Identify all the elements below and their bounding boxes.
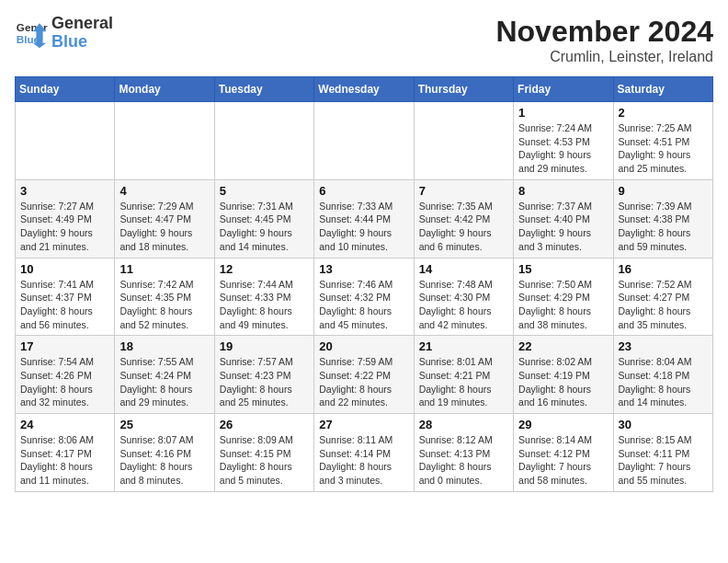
- day-number: 20: [319, 339, 408, 353]
- calendar-cell: 20Sunrise: 7:59 AMSunset: 4:22 PMDayligh…: [314, 336, 414, 414]
- day-header-sunday: Sunday: [16, 77, 115, 102]
- day-info: Sunrise: 7:24 AMSunset: 4:53 PMDaylight:…: [518, 121, 608, 176]
- calendar-cell: 18Sunrise: 7:55 AMSunset: 4:24 PMDayligh…: [115, 336, 214, 414]
- day-info: Sunrise: 8:06 AMSunset: 4:17 PMDaylight:…: [20, 433, 109, 488]
- day-info: Sunrise: 7:46 AMSunset: 4:32 PMDaylight:…: [319, 278, 408, 332]
- day-info: Sunrise: 8:14 AMSunset: 4:12 PMDaylight:…: [518, 433, 608, 488]
- day-info: Sunrise: 8:01 AMSunset: 4:21 PMDaylight:…: [419, 355, 508, 409]
- day-info: Sunrise: 7:55 AMSunset: 4:24 PMDaylight:…: [119, 355, 209, 409]
- title-block: November 2024 Crumlin, Leinster, Ireland: [495, 15, 713, 65]
- calendar-cell: 30Sunrise: 8:15 AMSunset: 4:11 PMDayligh…: [613, 414, 712, 492]
- calendar-body: 1Sunrise: 7:24 AMSunset: 4:53 PMDaylight…: [16, 102, 713, 492]
- day-number: 25: [119, 418, 209, 431]
- day-number: 26: [220, 418, 309, 431]
- day-info: Sunrise: 7:50 AMSunset: 4:29 PMDaylight:…: [518, 278, 608, 332]
- calendar-cell: 11Sunrise: 7:42 AMSunset: 4:35 PMDayligh…: [115, 258, 214, 336]
- calendar-cell: 27Sunrise: 8:11 AMSunset: 4:14 PMDayligh…: [314, 414, 414, 492]
- day-info: Sunrise: 7:33 AMSunset: 4:44 PMDaylight:…: [319, 200, 408, 254]
- svg-text:General: General: [17, 21, 48, 33]
- day-header-wednesday: Wednesday: [314, 77, 414, 102]
- day-number: 14: [419, 262, 508, 276]
- day-info: Sunrise: 8:09 AMSunset: 4:15 PMDaylight:…: [220, 433, 309, 488]
- calendar-cell: 28Sunrise: 8:12 AMSunset: 4:13 PMDayligh…: [414, 414, 513, 492]
- day-number: 24: [20, 418, 109, 431]
- calendar-cell: 19Sunrise: 7:57 AMSunset: 4:23 PMDayligh…: [214, 336, 313, 414]
- day-info: Sunrise: 7:42 AMSunset: 4:35 PMDaylight:…: [119, 278, 209, 332]
- day-number: 21: [419, 339, 508, 353]
- calendar-week-3: 10Sunrise: 7:41 AMSunset: 4:37 PMDayligh…: [16, 258, 713, 336]
- day-number: 23: [619, 339, 708, 353]
- page-subtitle: Crumlin, Leinster, Ireland: [495, 49, 713, 65]
- calendar-cell: [115, 102, 214, 180]
- day-number: 19: [220, 339, 309, 353]
- day-number: 22: [518, 339, 608, 353]
- day-number: 11: [119, 262, 209, 276]
- day-info: Sunrise: 7:52 AMSunset: 4:27 PMDaylight:…: [619, 278, 708, 332]
- calendar-week-5: 24Sunrise: 8:06 AMSunset: 4:17 PMDayligh…: [16, 414, 713, 492]
- calendar-cell: 14Sunrise: 7:48 AMSunset: 4:30 PMDayligh…: [414, 258, 513, 336]
- day-number: 27: [319, 418, 408, 431]
- day-info: Sunrise: 7:37 AMSunset: 4:40 PMDaylight:…: [518, 200, 608, 254]
- day-number: 15: [518, 262, 608, 276]
- day-number: 4: [119, 184, 209, 198]
- calendar-cell: 12Sunrise: 7:44 AMSunset: 4:33 PMDayligh…: [214, 258, 313, 336]
- calendar-table: SundayMondayTuesdayWednesdayThursdayFrid…: [15, 76, 713, 492]
- calendar-week-2: 3Sunrise: 7:27 AMSunset: 4:49 PMDaylight…: [16, 179, 713, 258]
- day-number: 18: [119, 339, 209, 353]
- calendar-cell: 1Sunrise: 7:24 AMSunset: 4:53 PMDaylight…: [514, 102, 613, 180]
- day-header-saturday: Saturday: [613, 77, 712, 102]
- day-info: Sunrise: 7:48 AMSunset: 4:30 PMDaylight:…: [419, 278, 508, 332]
- page-title: November 2024: [495, 15, 713, 49]
- day-number: 29: [518, 418, 608, 431]
- calendar-cell: 2Sunrise: 7:25 AMSunset: 4:51 PMDaylight…: [613, 102, 712, 180]
- calendar-cell: 16Sunrise: 7:52 AMSunset: 4:27 PMDayligh…: [613, 258, 712, 336]
- calendar-cell: [314, 102, 414, 180]
- day-info: Sunrise: 7:31 AMSunset: 4:45 PMDaylight:…: [220, 200, 309, 254]
- calendar-cell: 25Sunrise: 8:07 AMSunset: 4:16 PMDayligh…: [115, 414, 214, 492]
- calendar-cell: 6Sunrise: 7:33 AMSunset: 4:44 PMDaylight…: [314, 179, 414, 258]
- calendar-cell: [414, 102, 513, 180]
- day-number: 12: [220, 262, 309, 276]
- calendar-cell: 15Sunrise: 7:50 AMSunset: 4:29 PMDayligh…: [514, 258, 613, 336]
- day-info: Sunrise: 8:02 AMSunset: 4:19 PMDaylight:…: [518, 355, 608, 409]
- day-number: 10: [20, 262, 109, 276]
- day-header-tuesday: Tuesday: [214, 77, 313, 102]
- day-info: Sunrise: 7:29 AMSunset: 4:47 PMDaylight:…: [119, 200, 209, 254]
- day-info: Sunrise: 7:39 AMSunset: 4:38 PMDaylight:…: [619, 200, 708, 254]
- calendar-cell: 3Sunrise: 7:27 AMSunset: 4:49 PMDaylight…: [16, 179, 115, 258]
- day-info: Sunrise: 8:11 AMSunset: 4:14 PMDaylight:…: [319, 433, 408, 488]
- day-number: 28: [419, 418, 508, 431]
- calendar-cell: [16, 102, 115, 180]
- day-info: Sunrise: 7:54 AMSunset: 4:26 PMDaylight:…: [20, 355, 109, 409]
- calendar-header: SundayMondayTuesdayWednesdayThursdayFrid…: [16, 77, 713, 102]
- calendar-cell: 8Sunrise: 7:37 AMSunset: 4:40 PMDaylight…: [514, 179, 613, 258]
- day-header-thursday: Thursday: [414, 77, 513, 102]
- calendar-cell: 4Sunrise: 7:29 AMSunset: 4:47 PMDaylight…: [115, 179, 214, 258]
- day-info: Sunrise: 7:35 AMSunset: 4:42 PMDaylight:…: [419, 200, 508, 254]
- calendar-cell: 9Sunrise: 7:39 AMSunset: 4:38 PMDaylight…: [613, 179, 712, 258]
- day-number: 8: [518, 184, 608, 198]
- day-info: Sunrise: 8:04 AMSunset: 4:18 PMDaylight:…: [619, 355, 708, 409]
- day-info: Sunrise: 7:27 AMSunset: 4:49 PMDaylight:…: [20, 200, 109, 254]
- day-header-friday: Friday: [514, 77, 613, 102]
- day-number: 3: [20, 184, 109, 198]
- day-number: 5: [220, 184, 309, 198]
- calendar-cell: 29Sunrise: 8:14 AMSunset: 4:12 PMDayligh…: [514, 414, 613, 492]
- logo: General Blue General Blue: [15, 15, 113, 52]
- calendar-cell: 5Sunrise: 7:31 AMSunset: 4:45 PMDaylight…: [214, 179, 313, 258]
- day-info: Sunrise: 7:41 AMSunset: 4:37 PMDaylight:…: [20, 278, 109, 332]
- calendar-cell: 26Sunrise: 8:09 AMSunset: 4:15 PMDayligh…: [214, 414, 313, 492]
- day-info: Sunrise: 8:12 AMSunset: 4:13 PMDaylight:…: [419, 433, 508, 488]
- logo-icon: General Blue: [15, 17, 48, 50]
- calendar-cell: 21Sunrise: 8:01 AMSunset: 4:21 PMDayligh…: [414, 336, 513, 414]
- day-number: 30: [619, 418, 708, 431]
- logo-text: General Blue: [51, 15, 113, 52]
- day-header-monday: Monday: [115, 77, 214, 102]
- day-info: Sunrise: 8:15 AMSunset: 4:11 PMDaylight:…: [619, 433, 708, 488]
- day-number: 1: [518, 106, 608, 120]
- day-number: 6: [319, 184, 408, 198]
- calendar-cell: 17Sunrise: 7:54 AMSunset: 4:26 PMDayligh…: [16, 336, 115, 414]
- calendar-cell: [214, 102, 313, 180]
- day-number: 16: [619, 262, 708, 276]
- day-number: 13: [319, 262, 408, 276]
